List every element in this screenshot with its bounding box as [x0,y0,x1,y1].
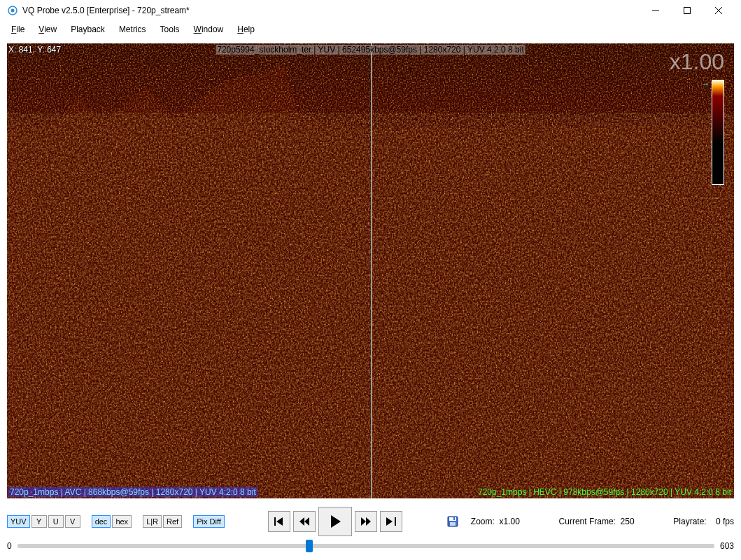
colorspace-buttons: YUV Y U V [7,515,80,528]
rewind-button[interactable] [293,511,316,532]
yuv-button[interactable]: YUV [7,515,30,528]
colorbar-marker-icon: → [701,80,710,88]
menu-file[interactable]: File [4,23,31,36]
window-controls [640,0,734,21]
v-button[interactable]: V [65,515,80,528]
play-button[interactable] [318,507,352,536]
titlebar: VQ Probe v2.5.0 [Enterprise] - 720p_stre… [0,0,741,21]
dec-button[interactable]: dec [92,515,111,528]
forward-button[interactable] [355,511,377,532]
svg-rect-22 [453,517,455,520]
svg-marker-14 [331,515,341,528]
playrate-status: Playrate: 0 fps [673,517,734,526]
cursor-coord-label: X: 841, Y: 647 [8,45,61,55]
menu-playback[interactable]: Playback [64,23,112,36]
pixdiff-group: Pix Diff [193,515,225,528]
minimize-button[interactable] [640,0,671,21]
hex-button[interactable]: hex [112,515,132,528]
svg-marker-11 [276,517,283,526]
maximize-button[interactable] [671,0,703,21]
reference-stream-label: 720p5994_stockholm_ter | YUV | 652495kbp… [216,45,525,55]
svg-point-1 [11,9,15,13]
svg-rect-10 [274,517,276,526]
svg-rect-3 [684,8,690,14]
svg-rect-20 [449,517,456,521]
y-button[interactable]: Y [31,515,47,528]
svg-marker-15 [361,517,366,526]
timeline-row: 0 603 [0,539,741,560]
heatmap-colorbar [712,80,724,185]
right-stream-label: 720p_1mbps | HEVC | 978kbps@59fps | 1280… [477,487,733,497]
menu-metrics[interactable]: Metrics [112,23,153,36]
svg-marker-13 [304,517,309,526]
window-title: VQ Probe v2.5.0 [Enterprise] - 720p_stre… [22,6,640,15]
svg-rect-21 [450,522,456,526]
app-icon [7,5,18,16]
svg-marker-17 [386,517,393,526]
last-frame-button[interactable] [380,511,402,532]
svg-marker-12 [299,517,304,526]
left-stream-label: 720p_1mbps | AVC | 868kbps@59fps | 1280x… [8,487,257,497]
menu-help[interactable]: Help [230,23,262,36]
format-buttons: dec hex [92,515,132,528]
controls-row: YUV Y U V dec hex L|R Ref Pix Diff Zoom:… [0,501,741,539]
timeline-thumb[interactable] [306,540,313,552]
viewport[interactable]: X: 841, Y: 647 720p5994_stockholm_ter | … [7,43,734,498]
frame-status: Current Frame: 250 [559,517,635,526]
playback-controls [268,507,402,536]
zoom-status: Zoom: x1.00 [471,517,520,526]
ref-button[interactable]: Ref [163,515,182,528]
timeline-start-label: 0 [7,541,12,551]
timeline-end-label: 603 [720,541,734,551]
split-divider[interactable] [371,43,372,498]
svg-rect-18 [395,517,396,526]
zoom-overlay-label: x1.00 [670,49,724,75]
svg-marker-16 [366,517,371,526]
close-button[interactable] [703,0,734,21]
menubar: File View Playback Metrics Tools Window … [0,21,741,38]
menu-window[interactable]: Window [187,23,231,36]
pixdiff-button[interactable]: Pix Diff [193,515,225,528]
u-button[interactable]: U [48,515,64,528]
timeline-slider[interactable] [17,544,714,548]
lr-button[interactable]: L|R [143,515,162,528]
save-button[interactable] [446,514,460,528]
viewport-wrap: X: 841, Y: 647 720p5994_stockholm_ter | … [0,38,741,501]
first-frame-button[interactable] [268,511,290,532]
menu-tools[interactable]: Tools [153,23,187,36]
menu-view[interactable]: View [31,23,64,36]
view-mode-buttons: L|R Ref [143,515,182,528]
